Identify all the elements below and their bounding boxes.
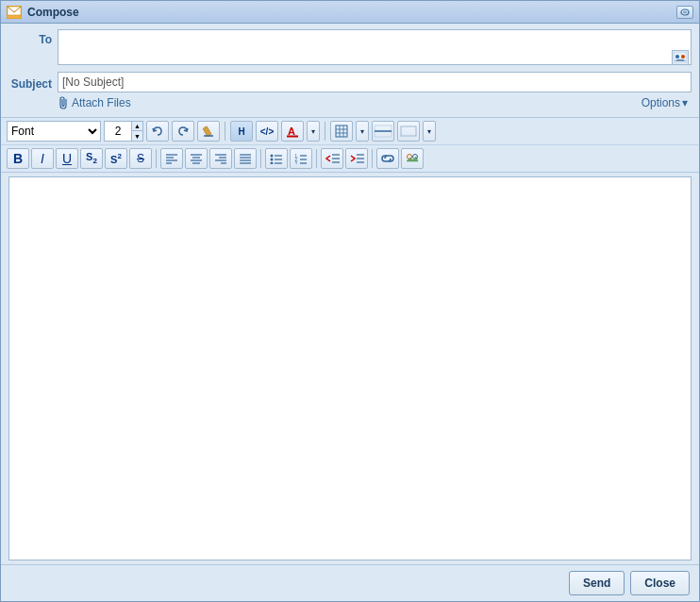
font-select[interactable]: Font Arial Times New Roman Courier New V… — [7, 121, 101, 142]
bold-icon: B — [13, 151, 23, 166]
to-input[interactable] — [58, 29, 692, 65]
attach-row: Attach Files Options ▾ — [8, 96, 692, 109]
table-dropdown[interactable]: ▾ — [356, 121, 369, 142]
header-area: To Subject — [1, 24, 699, 117]
footer-area: Send Close — [1, 564, 699, 601]
insert-dropdown-arrow-icon: ▾ — [427, 127, 431, 136]
svg-point-36 — [271, 159, 274, 161]
align-right-button[interactable] — [209, 148, 232, 169]
font-size-up[interactable]: ▲ — [131, 122, 142, 131]
link-icon — [380, 152, 395, 165]
justify-icon — [239, 153, 252, 164]
html-source-button[interactable]: H — [230, 121, 253, 142]
ordered-list-button[interactable]: 1. 2. 3. — [290, 148, 312, 169]
attach-label: Attach Files — [72, 96, 131, 109]
svg-point-37 — [271, 162, 274, 165]
subject-row: Subject — [8, 72, 692, 92]
window-title: Compose — [27, 6, 676, 19]
table-dropdown-arrow-icon: ▾ — [360, 127, 364, 136]
font-size-field[interactable] — [105, 122, 131, 141]
redo-icon — [176, 125, 190, 138]
separator3 — [156, 149, 157, 168]
ol-icon: 1. 2. 3. — [294, 153, 308, 164]
align-right-icon — [214, 153, 227, 164]
window-icon — [7, 5, 22, 20]
svg-rect-18 — [401, 126, 416, 136]
box-button[interactable] — [397, 121, 420, 142]
align-center-button[interactable] — [185, 148, 208, 169]
subscript-button[interactable]: S2 — [80, 148, 103, 169]
svg-text:A: A — [288, 125, 295, 137]
message-editor[interactable] — [8, 176, 692, 560]
code-view-button[interactable]: </> — [256, 121, 278, 142]
compose-window: Compose To — [0, 0, 700, 602]
undo-icon — [151, 125, 164, 138]
separator2 — [325, 122, 325, 141]
redo-button[interactable] — [172, 121, 194, 142]
attach-files-link[interactable]: Attach Files — [8, 96, 131, 109]
separator5 — [316, 149, 317, 168]
insert-table-button[interactable] — [330, 121, 353, 142]
subject-label: Subject — [8, 74, 58, 91]
font-size-input: ▲ ▼ — [104, 121, 143, 142]
indent-icon — [348, 152, 365, 165]
insert-symbol-button[interactable] — [401, 148, 424, 169]
minimize-button[interactable] — [676, 6, 693, 19]
italic-button[interactable]: I — [31, 148, 54, 169]
indent-button[interactable] — [345, 148, 368, 169]
svg-point-35 — [271, 155, 274, 158]
insert-link-button[interactable] — [376, 148, 399, 169]
options-button[interactable]: Options ▾ — [642, 96, 688, 109]
italic-icon: I — [41, 151, 44, 166]
svg-point-5 — [675, 55, 679, 59]
superscript-button[interactable]: S2 — [105, 148, 127, 169]
title-bar: Compose — [1, 1, 699, 24]
html-icon: H — [238, 126, 244, 137]
close-button[interactable]: Close — [630, 571, 690, 595]
contacts-button[interactable] — [672, 50, 689, 65]
align-left-button[interactable] — [160, 148, 183, 169]
outdent-icon — [324, 152, 341, 165]
undo-button[interactable] — [146, 121, 169, 142]
superscript-icon: S2 — [110, 152, 122, 165]
box-icon — [399, 125, 418, 138]
align-left-icon — [165, 153, 178, 164]
insert-dropdown[interactable]: ▾ — [423, 121, 436, 142]
underline-icon: U — [62, 151, 72, 166]
paperclip-icon — [58, 96, 69, 109]
svg-rect-11 — [336, 125, 347, 137]
justify-button[interactable] — [234, 148, 257, 169]
color-dropdown-arrow-icon: ▾ — [311, 127, 315, 136]
font-size-down[interactable]: ▼ — [131, 131, 142, 141]
table-icon — [335, 125, 348, 138]
separator1 — [225, 122, 225, 141]
horizontal-rule-button[interactable] — [372, 121, 394, 142]
svg-rect-4 — [674, 52, 687, 63]
subject-input[interactable] — [58, 72, 692, 92]
svg-rect-7 — [203, 126, 211, 137]
font-size-arrows: ▲ ▼ — [131, 122, 142, 141]
toolbar-row1: Font Arial Times New Roman Courier New V… — [1, 118, 699, 145]
font-color-icon: A — [286, 125, 299, 138]
toolbar-area: Font Arial Times New Roman Courier New V… — [1, 117, 699, 173]
to-row: To — [8, 29, 692, 68]
send-button[interactable]: Send — [569, 571, 625, 595]
underline-button[interactable]: U — [56, 148, 78, 169]
to-label: To — [8, 29, 58, 46]
font-color-dropdown[interactable]: ▾ — [307, 121, 320, 142]
unordered-list-button[interactable] — [265, 148, 288, 169]
strikethrough-icon: S — [137, 152, 144, 165]
outdent-button[interactable] — [321, 148, 343, 169]
align-center-icon — [190, 153, 203, 164]
bold-button[interactable]: B — [7, 148, 29, 169]
separator4 — [260, 149, 261, 168]
strikethrough-button[interactable]: S — [129, 148, 152, 169]
hr-icon — [374, 125, 392, 138]
clear-format-button[interactable] — [197, 121, 220, 142]
svg-point-6 — [681, 55, 685, 59]
ul-icon — [270, 153, 283, 164]
font-color-button[interactable]: A — [281, 121, 304, 142]
svg-rect-10 — [287, 136, 298, 138]
subscript-icon: S2 — [86, 151, 97, 165]
svg-text:3.: 3. — [295, 161, 299, 165]
